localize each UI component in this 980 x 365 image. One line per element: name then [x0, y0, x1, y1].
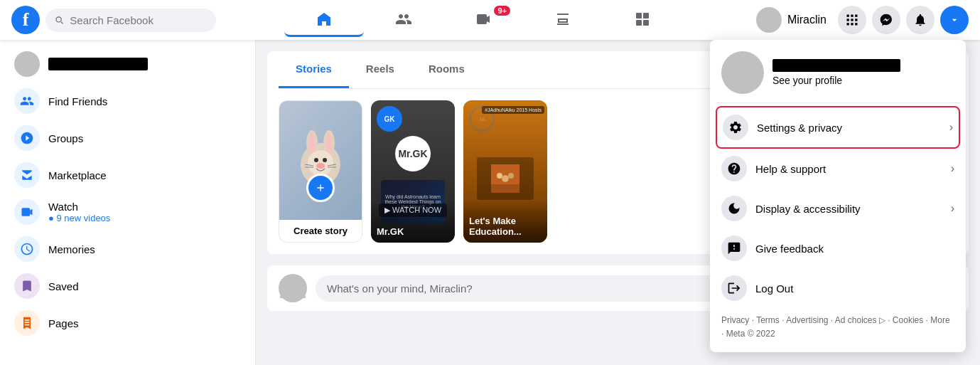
- sidebar-item-marketplace[interactable]: Marketplace: [3, 157, 252, 194]
- topnav-left: f: [11, 6, 216, 34]
- watch-sublabel: ● 9 new videos: [48, 213, 110, 223]
- watch-icon: [14, 199, 40, 225]
- sidebar-item-label: Pages: [48, 317, 79, 329]
- sidebar-item-saved[interactable]: Saved: [3, 268, 252, 305]
- sidebar: Find Friends Groups Marketplace Watch ● …: [0, 40, 256, 365]
- search-input[interactable]: [70, 14, 208, 26]
- svg-rect-1: [636, 13, 642, 18]
- sidebar-item-label: Groups: [48, 132, 83, 144]
- svg-rect-7: [851, 15, 853, 17]
- svg-point-32: [508, 173, 514, 179]
- nav-marketplace-button[interactable]: [523, 3, 603, 37]
- svg-point-21: [326, 133, 332, 153]
- notifications-button[interactable]: [906, 6, 935, 34]
- tab-rooms[interactable]: Rooms: [411, 51, 482, 88]
- sidebar-item-watch[interactable]: Watch ● 9 new videos: [3, 194, 252, 231]
- user-profile-button[interactable]: Miraclin: [750, 4, 832, 36]
- user-dropdown-menu: See your profile Settings & privacy › He…: [710, 40, 966, 352]
- nav-home-button[interactable]: [284, 3, 364, 37]
- svg-rect-3: [636, 20, 642, 26]
- chevron-right-icon: ›: [951, 162, 954, 175]
- groups-icon: [14, 125, 40, 151]
- svg-point-23: [314, 158, 318, 162]
- sidebar-item-find-friends[interactable]: Find Friends: [3, 83, 252, 120]
- tab-reels[interactable]: Reels: [349, 51, 411, 88]
- dropdown-footer: Privacy · Terms · Advertising · Ad choic…: [716, 308, 960, 347]
- dropdown-settings-label: Settings & privacy: [757, 122, 842, 134]
- svg-rect-9: [847, 18, 849, 21]
- help-icon: [721, 156, 747, 181]
- dropdown-profile-section[interactable]: See your profile: [716, 46, 960, 100]
- sidebar-username: [48, 58, 148, 70]
- dropdown-item-settings[interactable]: Settings & privacy ›: [716, 106, 960, 149]
- moon-icon: [721, 196, 747, 221]
- story-label-education: Let's Make Education...: [469, 216, 542, 237]
- create-story-card[interactable]: Create story: [279, 100, 362, 243]
- sidebar-item-pages[interactable]: Pages: [3, 305, 252, 342]
- dropdown-username-bar: [772, 59, 900, 72]
- story-label-mrgk: Mr.GK: [377, 226, 449, 237]
- sidebar-item-memories[interactable]: Memories: [3, 231, 252, 268]
- sidebar-item-label: Memories: [48, 243, 95, 255]
- story-avatar-mrgk: GK: [377, 106, 402, 132]
- story-card-mrgk[interactable]: GK Mr.GK Why did Astronauts learn these …: [371, 100, 455, 243]
- svg-rect-8: [855, 15, 857, 17]
- sidebar-avatar: [14, 51, 40, 77]
- logout-icon: [721, 275, 747, 301]
- sidebar-item-label: Find Friends: [48, 95, 107, 107]
- nav-menu-button[interactable]: [603, 3, 682, 37]
- svg-point-25: [316, 163, 325, 169]
- topnav-center: 9+: [222, 3, 745, 37]
- tab-stories[interactable]: Stories: [279, 51, 349, 88]
- dropdown-help-label: Help & support: [755, 163, 826, 175]
- chevron-right-icon: ›: [951, 202, 954, 215]
- nav-friends-button[interactable]: [364, 3, 443, 37]
- sidebar-item-label: Saved: [48, 280, 79, 292]
- svg-rect-11: [855, 18, 857, 21]
- dropdown-item-feedback[interactable]: Give feedback: [716, 228, 960, 268]
- memories-icon: [14, 236, 40, 262]
- svg-rect-34: [491, 184, 519, 193]
- create-story-plus-button[interactable]: [306, 174, 335, 202]
- facebook-logo[interactable]: f: [11, 6, 40, 34]
- nav-watch-button[interactable]: 9+: [443, 3, 523, 37]
- svg-point-20: [309, 133, 315, 153]
- svg-rect-16: [22, 208, 31, 216]
- story-card-education[interactable]: JA #JAdhuNAlku 2015 Hosts: [463, 100, 547, 243]
- svg-rect-14: [855, 23, 857, 25]
- dropdown-item-display[interactable]: Display & accessibility ›: [716, 189, 960, 228]
- dropdown-avatar: [721, 51, 764, 94]
- svg-rect-4: [643, 20, 649, 26]
- pages-icon: [14, 310, 40, 336]
- dropdown-feedback-label: Give feedback: [755, 243, 824, 255]
- apps-button[interactable]: [838, 6, 866, 34]
- svg-point-33: [502, 175, 509, 182]
- svg-rect-12: [847, 23, 849, 25]
- svg-rect-6: [847, 15, 849, 17]
- chevron-right-icon: ›: [949, 121, 953, 134]
- marketplace-icon: [14, 162, 40, 188]
- dropdown-display-label: Display & accessibility: [755, 203, 861, 215]
- dropdown-logout-label: Log Out: [755, 282, 793, 295]
- topnav-right: Miraclin: [750, 4, 969, 36]
- people-icon: [14, 88, 40, 114]
- svg-point-24: [323, 158, 327, 162]
- dropdown-name-block: See your profile: [772, 59, 954, 86]
- dropdown-toggle-button[interactable]: [940, 6, 969, 34]
- feedback-icon: [721, 236, 747, 261]
- sidebar-item-label: Marketplace: [48, 169, 107, 181]
- user-name-label: Miraclin: [787, 14, 826, 26]
- dropdown-item-help[interactable]: Help & support ›: [716, 149, 960, 189]
- dropdown-divider-1: [716, 102, 960, 103]
- messenger-button[interactable]: [872, 6, 900, 34]
- svg-rect-2: [643, 13, 649, 18]
- sidebar-item-groups[interactable]: Groups: [3, 120, 252, 157]
- saved-icon: [14, 273, 40, 299]
- create-story-label: Create story: [279, 220, 362, 242]
- svg-rect-13: [851, 23, 853, 25]
- dropdown-item-logout[interactable]: Log Out: [716, 268, 960, 308]
- dropdown-see-profile: See your profile: [772, 75, 954, 86]
- sidebar-user-profile[interactable]: [3, 46, 252, 83]
- watch-label: Watch: [48, 201, 110, 213]
- search-bar[interactable]: [45, 9, 216, 32]
